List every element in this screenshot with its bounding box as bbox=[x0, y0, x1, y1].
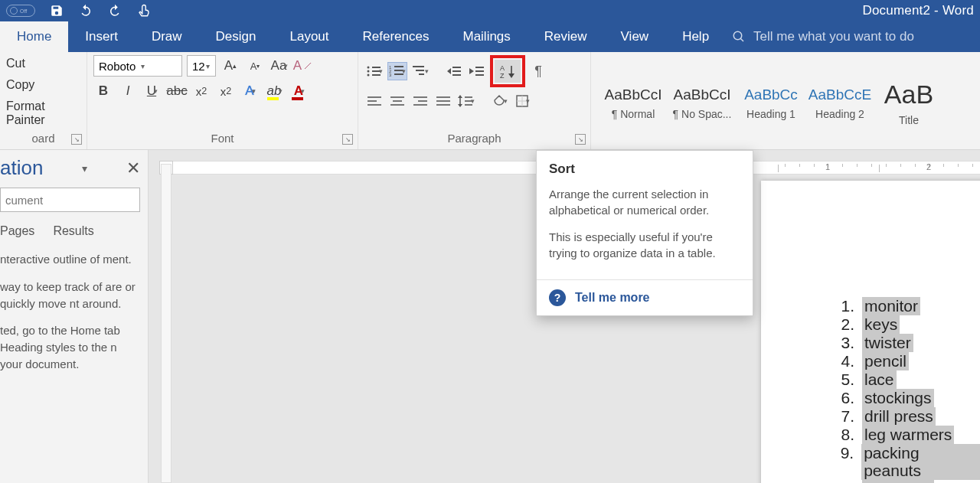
svg-point-6 bbox=[368, 74, 370, 77]
shrink-font-icon[interactable]: A▾ bbox=[245, 56, 265, 76]
align-right-icon[interactable] bbox=[410, 92, 430, 110]
tooltip-p2: This is especially useful if you're tryi… bbox=[549, 229, 740, 261]
clipboard-dialog-launcher[interactable]: ↘ bbox=[71, 134, 82, 145]
tooltip-title: Sort bbox=[549, 162, 740, 177]
style-title[interactable]: AaBTitle bbox=[874, 57, 943, 149]
strike-icon[interactable]: abc bbox=[167, 81, 187, 101]
document-title: Document2 - Word bbox=[862, 3, 974, 18]
font-size-combo[interactable]: 12▾ bbox=[187, 55, 216, 77]
nav-tab-results[interactable]: Results bbox=[53, 224, 93, 238]
svg-rect-31 bbox=[368, 104, 381, 106]
svg-rect-37 bbox=[413, 104, 427, 106]
paragraph-dialog-launcher[interactable]: ↘ bbox=[575, 134, 586, 145]
svg-marker-17 bbox=[447, 68, 451, 74]
svg-marker-42 bbox=[458, 95, 462, 98]
svg-point-0 bbox=[733, 31, 742, 40]
tell-me-search[interactable]: Tell me what you want to do bbox=[732, 21, 914, 52]
justify-icon[interactable] bbox=[433, 92, 453, 110]
svg-rect-33 bbox=[393, 100, 402, 102]
nav-search-input[interactable] bbox=[5, 194, 151, 207]
help-icon: ? bbox=[549, 289, 566, 306]
tab-draw[interactable]: Draw bbox=[135, 21, 199, 52]
nav-title: ation bbox=[0, 156, 43, 180]
svg-rect-24 bbox=[475, 74, 484, 76]
group-clipboard-label: oard bbox=[31, 132, 54, 145]
subscript-icon[interactable]: x2 bbox=[191, 81, 211, 101]
svg-rect-19 bbox=[452, 70, 461, 72]
font-color-icon[interactable]: A▾ bbox=[289, 81, 309, 101]
tab-home[interactable]: Home bbox=[0, 21, 68, 52]
change-case-icon[interactable]: Aa▾ bbox=[270, 56, 289, 76]
svg-text:3: 3 bbox=[389, 73, 392, 77]
style-heading1[interactable]: AaBbCcHeading 1 bbox=[737, 57, 805, 149]
numbering-icon[interactable]: 123▾ bbox=[387, 62, 407, 80]
copy-button[interactable]: Copy bbox=[6, 77, 80, 93]
bold-icon[interactable]: B bbox=[93, 81, 113, 101]
shading-icon[interactable]: ▾ bbox=[490, 92, 510, 110]
increase-indent-icon[interactable] bbox=[467, 62, 487, 80]
italic-icon[interactable]: I bbox=[118, 81, 138, 101]
borders-icon[interactable]: ▾ bbox=[513, 92, 533, 110]
tab-references[interactable]: References bbox=[346, 21, 446, 52]
redo-icon[interactable] bbox=[107, 3, 122, 18]
vertical-ruler[interactable] bbox=[161, 164, 172, 483]
tab-view[interactable]: View bbox=[604, 21, 666, 52]
nav-tip-1: nteractive outline of ment. bbox=[0, 251, 140, 268]
tab-mailings[interactable]: Mailings bbox=[446, 21, 527, 52]
nav-search[interactable]: ▾ bbox=[0, 188, 140, 212]
underline-icon[interactable]: U▾ bbox=[142, 81, 162, 101]
save-icon[interactable] bbox=[49, 3, 64, 18]
font-name-combo[interactable]: Roboto▾ bbox=[93, 55, 182, 77]
style-normal[interactable]: AaBbCcI¶ Normal bbox=[599, 57, 668, 149]
style-nospacing[interactable]: AaBbCcI¶ No Spac... bbox=[668, 57, 737, 149]
svg-marker-28 bbox=[508, 73, 514, 78]
nav-close-icon[interactable]: ✕ bbox=[126, 158, 140, 178]
nav-dropdown-icon[interactable]: ▾ bbox=[82, 162, 87, 175]
clear-format-icon[interactable]: A⟋ bbox=[294, 56, 314, 76]
align-center-icon[interactable] bbox=[387, 92, 407, 110]
navigation-pane: ation ▾ ✕ ▾ Pages Results nteractive out… bbox=[0, 150, 149, 483]
svg-rect-40 bbox=[436, 104, 450, 106]
svg-rect-30 bbox=[368, 100, 377, 102]
superscript-icon[interactable]: x2 bbox=[216, 81, 236, 101]
group-font-label: Font bbox=[211, 132, 234, 145]
sort-button[interactable]: AZ bbox=[495, 60, 521, 83]
svg-rect-36 bbox=[418, 100, 427, 102]
multilevel-icon[interactable]: ▾ bbox=[410, 62, 430, 80]
touch-mode-icon[interactable] bbox=[136, 3, 152, 18]
ribbon-tabs: Home Insert Draw Design Layout Reference… bbox=[0, 21, 980, 52]
document-list[interactable]: 1.monitor 2.keys 3.twister 4.pencil 5.la… bbox=[831, 297, 980, 483]
grow-font-icon[interactable]: A▴ bbox=[220, 56, 240, 76]
undo-icon[interactable] bbox=[78, 3, 93, 18]
bullets-icon[interactable]: ▾ bbox=[364, 62, 384, 80]
group-paragraph-label: Paragraph bbox=[447, 132, 501, 145]
tab-design[interactable]: Design bbox=[199, 21, 273, 52]
decrease-indent-icon[interactable] bbox=[444, 62, 464, 80]
tell-me-more-link[interactable]: Tell me more bbox=[575, 291, 650, 305]
tab-review[interactable]: Review bbox=[528, 21, 604, 52]
show-marks-icon[interactable]: ¶ bbox=[528, 62, 548, 80]
tab-layout[interactable]: Layout bbox=[273, 21, 345, 52]
svg-point-2 bbox=[368, 67, 370, 69]
svg-rect-18 bbox=[452, 67, 461, 68]
svg-rect-32 bbox=[390, 96, 404, 98]
svg-rect-23 bbox=[475, 70, 484, 72]
text-effects-icon[interactable]: A▾ bbox=[240, 81, 260, 101]
svg-rect-14 bbox=[413, 66, 424, 67]
sort-tooltip: Sort Arrange the current selection in al… bbox=[536, 150, 753, 316]
align-left-icon[interactable] bbox=[364, 92, 384, 110]
tab-insert[interactable]: Insert bbox=[68, 21, 135, 52]
line-spacing-icon[interactable]: ▾ bbox=[456, 92, 476, 110]
font-dialog-launcher[interactable]: ↘ bbox=[342, 134, 353, 145]
svg-rect-34 bbox=[390, 104, 404, 106]
cut-button[interactable]: Cut bbox=[6, 55, 80, 72]
svg-line-1 bbox=[740, 38, 743, 41]
svg-rect-15 bbox=[416, 70, 424, 71]
tab-help[interactable]: Help bbox=[665, 21, 726, 52]
highlight-icon[interactable]: ab▾ bbox=[265, 81, 285, 101]
tooltip-p1: Arrange the current selection in alphabe… bbox=[549, 186, 740, 218]
style-heading2[interactable]: AaBbCcEHeading 2 bbox=[805, 57, 874, 149]
format-painter-button[interactable]: Format Painter bbox=[6, 98, 80, 129]
autosave-toggle[interactable]: Off bbox=[6, 5, 35, 17]
nav-tab-pages[interactable]: Pages bbox=[0, 224, 34, 238]
